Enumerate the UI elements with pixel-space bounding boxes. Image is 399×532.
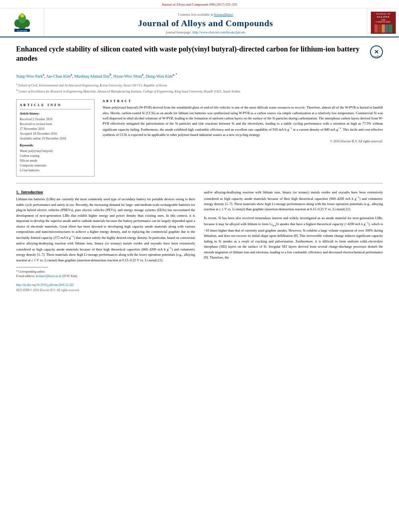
alloys-logo: JOURNAL OF ALLOYS AND COMPOUNDS (371, 12, 396, 34)
journal-logo-box: JOURNAL OF ALLOYS AND COMPOUNDS (367, 8, 399, 37)
article-title: Enhanced cycle stability of silicon coat… (16, 45, 365, 64)
homepage-line: journal homepage: http://www.elsevier.co… (166, 30, 245, 34)
keyword-4: Composite materials (20, 163, 91, 168)
journal-title: Journal of Alloys and Compounds (138, 18, 273, 29)
affiliation-b: b Center of Excellence for Research in E… (16, 88, 383, 94)
elsevier-logo-area: ELSEVIER (0, 8, 44, 37)
issn-line: 0925-8388/© 2016 Elsevier B.V. All right… (16, 288, 195, 292)
keyword-5: Li-ion batteries (20, 168, 91, 173)
info-abstract-section: A R T I C L E I N F O Article history: R… (16, 99, 383, 177)
article-info-column: A R T I C L E I N F O Article history: R… (16, 99, 95, 177)
svg-text:ELSEVIER: ELSEVIER (17, 30, 27, 32)
abstract-column: A B S T R A C T Waste poly(vinyl butyral… (103, 99, 383, 177)
top-citation-bar: Journal of Alloys and Compounds 698 (201… (0, 0, 399, 8)
author-2: Jae-Chan Kim (46, 74, 70, 78)
body-section: 1. Introduction Lithium-ion batteries (L… (16, 190, 383, 292)
received-date: Received 2 October 2016 (20, 117, 91, 122)
intro-paragraph-1: Lithium-ion batteries (LIBs) are current… (16, 197, 195, 263)
author-4: Hyun-Woo Shim (113, 74, 142, 78)
author-5: Dong-Wan Kim (146, 74, 173, 78)
crossmark-icon[interactable]: ✕ CrossMark (370, 45, 383, 59)
author-1: Sung-Woo Park (16, 74, 43, 78)
sciencedirect-link[interactable]: ScienceDirect (214, 12, 233, 16)
received-revised-label: Received in revised form (20, 122, 91, 127)
page: Journal of Alloys and Compounds 698 (201… (0, 0, 399, 532)
journal-citation: Journal of Alloys and Compounds 698 (201… (162, 2, 237, 6)
logo-line2: ALLOYS (377, 15, 390, 18)
logo-line4: COMPOUNDS (376, 21, 391, 23)
keyword-3: Silicon anode (20, 158, 91, 163)
keywords-section: Keywords: Waste poly(vinyl butyral) Carb… (20, 143, 91, 173)
history-label: Article history: (20, 111, 91, 116)
footnote-divider (16, 267, 48, 267)
doi-link[interactable]: http://dx.doi.org/10.1016/j.jallcom.2016… (16, 283, 195, 287)
svg-text:✕: ✕ (374, 49, 379, 55)
article-content: Enhanced cycle stability of silicon coat… (0, 37, 399, 299)
affiliation-a: a School of Civil, Environmental and Arc… (16, 82, 383, 88)
body-left-column: 1. Introduction Lithium-ion batteries (L… (16, 190, 195, 292)
logo-line1: JOURNAL OF (376, 13, 391, 15)
email-link[interactable]: dwkim1@korea.ac.kr (36, 274, 62, 278)
body-right-column: and/or alloying-dealloying reaction with… (204, 190, 383, 292)
authors-list: Sung-Woo Parka, Jae-Chan Kima, Mushtaq A… (16, 72, 383, 80)
abstract-heading: A B S T R A C T (103, 99, 383, 103)
svg-text:CrossMark: CrossMark (372, 55, 381, 58)
keyword-2: Carbon coating (20, 154, 91, 158)
section-divider (16, 183, 383, 183)
abstract-text: Waste poly(vinyl butyral) (W-PVB) derive… (103, 105, 383, 138)
copyright-line: © 2016 Elsevier B.V. All rights reserved… (103, 140, 383, 143)
intro-paragraph-3: In recent, Si has been also received tre… (204, 216, 383, 261)
article-info-box: A R T I C L E I N F O Article history: R… (16, 99, 95, 177)
elsevier-tree-icon: ELSEVIER (10, 12, 34, 33)
keywords-label: Keywords: (20, 143, 91, 148)
author-3: Mushtaq Ahmad Dar (74, 74, 110, 78)
journal-header-center: Contents lists available at ScienceDirec… (44, 8, 367, 37)
homepage-url[interactable]: http://www.elsevier.com/locate/jalcom (192, 30, 245, 34)
available-date: Available online 19 December 2016 (20, 136, 91, 141)
section-1-heading: 1. Introduction (16, 190, 195, 194)
svg-point-6 (20, 14, 24, 18)
accepted-date: Accepted 18 December 2016 (20, 131, 91, 136)
email-note: E-mail address: dwkim1@korea.ac.kr (D-W.… (16, 274, 195, 278)
keyword-1: Waste poly(vinyl butyral) (20, 149, 91, 154)
corresponding-note: * Corresponding author. (16, 269, 195, 274)
article-info-heading: A R T I C L E I N F O (20, 103, 91, 109)
journal-header: ELSEVIER Contents lists available at Sci… (0, 8, 399, 37)
revised-date: 27 November 2016 (20, 127, 91, 131)
intro-paragraph-2: and/or alloying-dealloying reaction with… (204, 190, 383, 212)
affiliations: a School of Civil, Environmental and Arc… (16, 82, 383, 94)
contents-available-line: Contents lists available at ScienceDirec… (178, 12, 233, 16)
